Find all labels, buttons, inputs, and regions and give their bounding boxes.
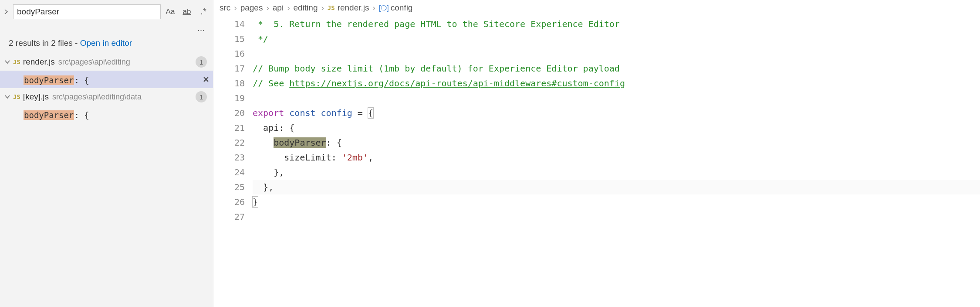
result-match-row[interactable]: bodyParser: { ✕ (0, 71, 213, 88)
chevron-down-icon (3, 59, 11, 65)
line-number-gutter: 1415161718192021222324252627 (213, 15, 253, 307)
result-file-path: src\pages\api\editing\data (52, 92, 142, 102)
results-count-text: 2 results in 2 files - (9, 38, 80, 48)
js-file-icon: JS (13, 58, 20, 65)
breadcrumb[interactable]: src› pages› api› editing› JS render.js› … (213, 0, 980, 15)
code-content[interactable]: * 5. Return the rendered page HTML to th… (253, 15, 980, 307)
result-count-badge: 1 (196, 91, 207, 102)
breadcrumb-file[interactable]: render.js (338, 3, 369, 13)
search-panel: Aa ab .* … 2 results in 2 files - Open i… (0, 0, 213, 307)
dismiss-match-icon[interactable]: ✕ (203, 75, 210, 85)
js-file-icon: JS (13, 93, 20, 100)
result-match-row[interactable]: bodyParser: { (0, 106, 213, 123)
results-summary: 2 results in 2 files - Open in editor (0, 37, 213, 53)
symbol-icon: [❍] (379, 4, 389, 12)
search-row: Aa ab .* (0, 3, 213, 24)
breadcrumb-part[interactable]: src (220, 3, 230, 13)
whole-word-toggle[interactable]: ab (181, 7, 193, 17)
breadcrumb-symbol[interactable]: config (391, 3, 413, 13)
open-in-editor-link[interactable]: Open in editor (80, 38, 132, 48)
regex-toggle[interactable]: .* (197, 7, 210, 16)
js-file-icon: JS (328, 4, 335, 11)
search-options: Aa ab .* (161, 7, 210, 17)
more-actions-icon[interactable]: … (0, 24, 213, 37)
result-file-path: src\pages\api\editing (58, 58, 130, 67)
match-case-toggle[interactable]: Aa (164, 7, 176, 17)
search-input[interactable] (13, 4, 161, 19)
result-file-row[interactable]: JS render.js src\pages\api\editing 1 (0, 53, 213, 71)
result-match-text: bodyParser: { (24, 106, 210, 123)
result-match-text: bodyParser: { (24, 71, 203, 88)
result-file-name: render.js (23, 57, 55, 67)
chevron-down-icon (3, 94, 11, 99)
result-file-name: [key].js (23, 92, 49, 102)
result-file-row[interactable]: JS [key].js src\pages\api\editing\data 1 (0, 88, 213, 106)
expand-search-icon[interactable] (1, 7, 11, 17)
code-area[interactable]: 1415161718192021222324252627 * 5. Return… (213, 15, 980, 307)
result-count-badge: 1 (196, 56, 207, 68)
breadcrumb-part[interactable]: api (273, 3, 284, 13)
breadcrumb-part[interactable]: editing (293, 3, 318, 13)
editor-pane: src› pages› api› editing› JS render.js› … (213, 0, 980, 307)
breadcrumb-part[interactable]: pages (240, 3, 263, 13)
